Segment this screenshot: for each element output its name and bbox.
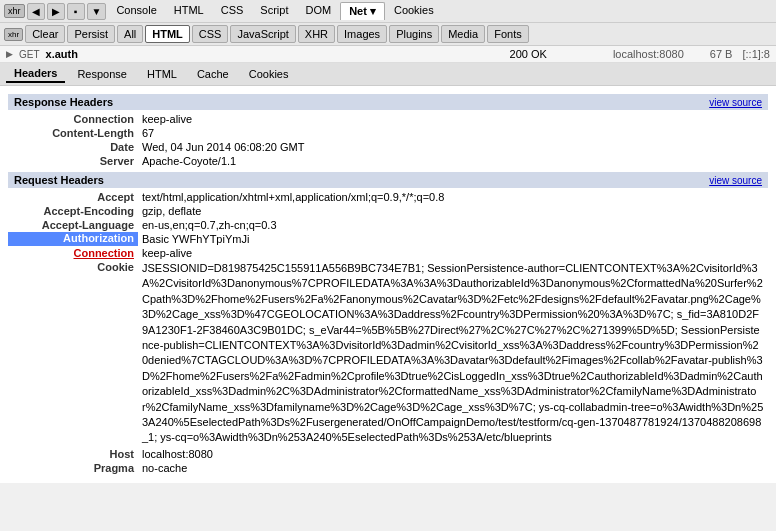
filter-css[interactable]: CSS (192, 25, 229, 43)
request-headers-section: Request Headers view source (8, 172, 768, 188)
filter-all[interactable]: All (117, 25, 143, 43)
response-time: [::1]:8 (742, 48, 770, 60)
pragma-value: no-cache (138, 461, 768, 475)
subtab-cache[interactable]: Cache (189, 66, 237, 82)
request-url: x.auth (46, 48, 464, 60)
tab-cookies[interactable]: Cookies (386, 2, 442, 20)
table-row: Accept-Encoding gzip, deflate (8, 204, 768, 218)
subtab-response[interactable]: Response (69, 66, 135, 82)
table-row: Connection keep-alive (8, 246, 768, 260)
table-row: Content-Length 67 (8, 126, 768, 140)
tab-html[interactable]: HTML (166, 2, 212, 20)
request-method: GET (19, 49, 40, 60)
accept-encoding-name: Accept-Encoding (8, 204, 138, 218)
sub-tabs: Headers Response HTML Cache Cookies (0, 63, 776, 86)
table-row: Cookie JSESSIONID=D819875425C155911A556B… (8, 260, 768, 447)
filter-xhr[interactable]: XHR (298, 25, 335, 43)
filter-fonts[interactable]: Fonts (487, 25, 529, 43)
rh-date-value: Wed, 04 Jun 2014 06:08:20 GMT (138, 140, 768, 154)
tab-css[interactable]: CSS (213, 2, 252, 20)
dropdown-icon-btn[interactable]: ▼ (87, 3, 107, 20)
subtab-headers[interactable]: Headers (6, 65, 65, 83)
xhr-icon-btn[interactable]: xhr (4, 4, 25, 18)
tab-script[interactable]: Script (252, 2, 296, 20)
tab-net[interactable]: Net ▾ (340, 2, 385, 20)
rh-server-name: Server (8, 154, 138, 168)
content-area: Response Headers view source Connection … (0, 86, 776, 483)
table-row: Pragma no-cache (8, 461, 768, 475)
request-view-source[interactable]: view source (709, 175, 762, 186)
filter-javascript[interactable]: JavaScript (230, 25, 295, 43)
accept-value: text/html,application/xhtml+xml,applicat… (138, 190, 768, 204)
filter-plugins[interactable]: Plugins (389, 25, 439, 43)
window-icon-btn[interactable]: ▪ (67, 3, 85, 20)
nav-back-btn[interactable]: ◀ (27, 3, 45, 20)
rh-date-name: Date (8, 140, 138, 154)
filter-html[interactable]: HTML (145, 25, 190, 43)
request-row[interactable]: ▶ GET x.auth 200 OK localhost:8080 67 B … (0, 46, 776, 63)
xhr-small-icon[interactable]: xhr (4, 28, 23, 41)
table-row: Connection keep-alive (8, 112, 768, 126)
clear-button[interactable]: Clear (25, 25, 65, 43)
accept-encoding-value: gzip, deflate (138, 204, 768, 218)
table-row: Accept text/html,application/xhtml+xml,a… (8, 190, 768, 204)
table-row: Authorization Basic YWFhYTpiYmJi (8, 232, 768, 246)
connection-value: keep-alive (138, 246, 768, 260)
tab-console[interactable]: Console (108, 2, 164, 20)
request-host: localhost:8080 (613, 48, 684, 60)
accept-name: Accept (8, 190, 138, 204)
net-toolbar: xhr Clear Persist All HTML CSS JavaScrip… (0, 23, 776, 46)
rh-connection-value: keep-alive (138, 112, 768, 126)
filter-images[interactable]: Images (337, 25, 387, 43)
pragma-name: Pragma (8, 461, 138, 475)
rh-connection-name: Connection (8, 112, 138, 126)
host-value: localhost:8080 (138, 447, 768, 461)
filter-media[interactable]: Media (441, 25, 485, 43)
accept-language-value: en-us,en;q=0.7,zh-cn;q=0.3 (138, 218, 768, 232)
authorization-value: Basic YWFhYTpiYmJi (138, 232, 768, 246)
table-row: Server Apache-Coyote/1.1 (8, 154, 768, 168)
persist-button[interactable]: Persist (67, 25, 115, 43)
subtab-html[interactable]: HTML (139, 66, 185, 82)
table-row: Date Wed, 04 Jun 2014 06:08:20 GMT (8, 140, 768, 154)
top-tab-menu: Console HTML CSS Script DOM Net ▾ Cookie… (108, 2, 441, 20)
rh-content-length-name: Content-Length (8, 126, 138, 140)
cookie-value: JSESSIONID=D819875425C155911A556B9BC734E… (138, 260, 768, 447)
tab-dom[interactable]: DOM (297, 2, 339, 20)
authorization-name: Authorization (8, 232, 138, 246)
cookie-name: Cookie (8, 260, 138, 447)
table-row: Host localhost:8080 (8, 447, 768, 461)
rh-content-length-value: 67 (138, 126, 768, 140)
table-row: Accept-Language en-us,en;q=0.7,zh-cn;q=0… (8, 218, 768, 232)
status-code: 200 OK (510, 48, 547, 60)
accept-language-name: Accept-Language (8, 218, 138, 232)
top-toolbar: xhr ◀ ▶ ▪ ▼ Console HTML CSS Script DOM … (0, 0, 776, 23)
connection-name: Connection (8, 246, 138, 260)
response-headers-section: Response Headers view source (8, 94, 768, 110)
nav-forward-btn[interactable]: ▶ (47, 3, 65, 20)
expand-icon: ▶ (6, 49, 13, 59)
response-headers-table: Connection keep-alive Content-Length 67 … (8, 112, 768, 168)
rh-server-value: Apache-Coyote/1.1 (138, 154, 768, 168)
request-headers-table: Accept text/html,application/xhtml+xml,a… (8, 190, 768, 475)
response-size: 67 B (710, 48, 733, 60)
request-headers-label: Request Headers (14, 174, 104, 186)
subtab-cookies[interactable]: Cookies (241, 66, 297, 82)
response-view-source[interactable]: view source (709, 97, 762, 108)
response-headers-label: Response Headers (14, 96, 113, 108)
host-name: Host (8, 447, 138, 461)
